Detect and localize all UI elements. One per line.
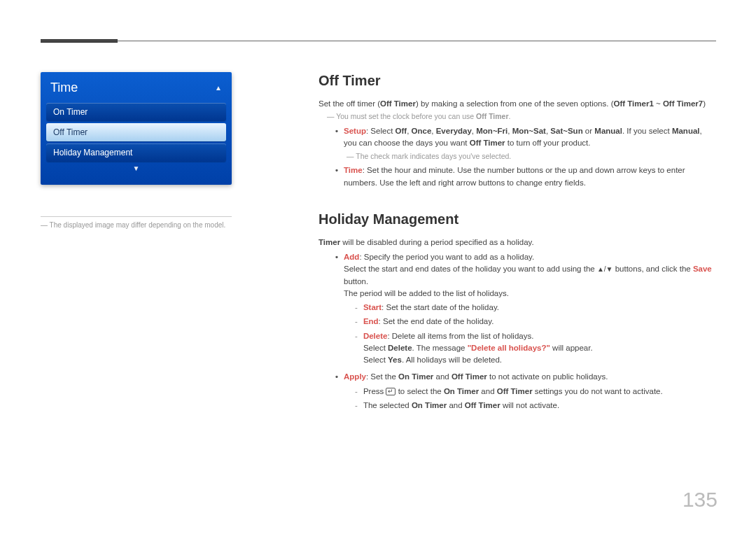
text: The selected [363, 401, 412, 409]
sub-item: -Start: Set the start date of the holida… [344, 302, 714, 314]
dash-icon: - [355, 302, 358, 314]
text: You must set the clock before you can us… [336, 112, 476, 120]
section-heading-holiday: Holiday Management [318, 209, 714, 230]
text: Press [363, 387, 386, 395]
off-timer-list: • Setup: Select Off, Once, Everyday, Mon… [318, 125, 714, 189]
label-save: Save [693, 265, 712, 273]
bullet-icon: • [335, 371, 338, 414]
holiday-intro: Timer will be disabled during a period s… [318, 237, 714, 248]
text: or [583, 127, 595, 135]
text: and [447, 401, 465, 409]
list-item: • Setup: Select Off, Once, Everyday, Mon… [335, 125, 714, 162]
text: Select [363, 344, 388, 352]
text-bold: Off Timer1 [613, 99, 653, 108]
opt: Manual [672, 127, 700, 135]
opt: Mon~Fri [476, 127, 507, 135]
text: Select the start and end dates of the ho… [344, 265, 597, 273]
text-bold: Off Timer [451, 372, 487, 381]
opt: Once [412, 127, 432, 135]
text-bold: Timer [318, 238, 340, 246]
text: ) [703, 99, 706, 108]
sub-item: - Press ↵ to select the On Timer and Off… [344, 386, 663, 398]
text: : Set the hour and minute. Use the numbe… [344, 166, 685, 186]
bullet-icon: • [335, 125, 338, 150]
label-setup: Setup [344, 127, 366, 135]
text: : Specify the period you want to add as … [359, 253, 534, 261]
text: . [509, 112, 511, 120]
opt: Manual [594, 127, 622, 135]
right-column: Off Timer Set the off timer (Off Timer) … [318, 70, 714, 416]
text: The period will be added to the list of … [344, 289, 509, 297]
text: buttons, and click the [612, 265, 692, 273]
text-bold: On Timer [398, 372, 433, 381]
delete-msg: "Delete all holidays?" [468, 344, 550, 352]
setup-text: Setup: Select Off, Once, Everyday, Mon~F… [344, 125, 714, 150]
text: and [479, 387, 497, 395]
dash-icon: - [355, 400, 358, 412]
dash-icon: - [355, 386, 358, 398]
label-add: Add [344, 253, 359, 261]
text: to turn off your product. [505, 139, 591, 147]
label-start: Start [363, 303, 382, 311]
text: : Set the [366, 372, 398, 381]
arrow-down-icon: ▼ [46, 164, 226, 172]
text: ~ [654, 99, 663, 108]
text: : Set the start date of the holiday. [382, 303, 499, 311]
text: will appear. [550, 344, 593, 352]
text: . All holidays will be deleted. [402, 356, 502, 364]
text: : Select [366, 127, 396, 135]
label-time: Time [344, 166, 363, 174]
text: Set the off timer ( [318, 99, 380, 108]
section-heading-off-timer: Off Timer [318, 70, 714, 91]
text: to select the [396, 387, 443, 395]
menu-item-off-timer[interactable]: Off Timer [46, 123, 226, 141]
opt: Sat~Sun [550, 127, 582, 135]
add-block: Add: Specify the period you want to add … [344, 251, 714, 368]
clock-note: You must set the clock before you can us… [318, 111, 714, 122]
sub-item: -End: Set the end date of the holiday. [344, 316, 714, 328]
menu-item-on-timer[interactable]: On Timer [46, 103, 226, 121]
label-apply: Apply [344, 372, 366, 381]
dash-icon: - [355, 330, 358, 367]
left-column: Time ▲ On Timer Off Timer Holiday Manage… [41, 72, 232, 229]
menu-item-label: On Timer [53, 107, 88, 117]
list-item: • Add: Specify the period you want to ad… [335, 251, 714, 368]
osd-menu-title-row: Time ▲ [46, 78, 226, 101]
text-bold: Off Timer [465, 401, 500, 409]
text: Select [363, 356, 388, 364]
up-down-icon: ▲/▼ [597, 265, 613, 273]
text: settings you do not want to activate. [533, 387, 663, 395]
menu-item-holiday-management[interactable]: Holiday Management [46, 143, 226, 162]
text: will be disabled during a period specifi… [340, 238, 534, 246]
label-end: End [363, 317, 379, 325]
enter-icon: ↵ [386, 388, 396, 396]
checkmark-note: The check mark indicates days you've sel… [335, 151, 714, 162]
text: will not activate. [500, 401, 559, 409]
menu-item-label: Off Timer [53, 127, 88, 137]
text: to not activate on public holidays. [487, 372, 608, 381]
text-bold: Off Timer [470, 139, 505, 147]
left-divider [41, 216, 232, 217]
dash-icon: - [355, 316, 358, 328]
text-bold: Yes [388, 356, 402, 364]
text: . The message [412, 344, 468, 352]
bullet-icon: • [335, 251, 338, 368]
list-item: • Apply: Set the On Timer and Off Timer … [335, 371, 714, 414]
opt: Off [396, 127, 407, 135]
opt: Mon~Sat [512, 127, 546, 135]
left-disclaimer: The displayed image may differ depending… [41, 221, 232, 229]
holiday-list: • Add: Specify the period you want to ad… [318, 251, 714, 414]
text: : Delete all items from the list of holi… [387, 332, 533, 340]
text-bold: On Timer [412, 401, 447, 409]
arrow-up-icon: ▲ [215, 84, 222, 92]
off-timer-intro: Set the off timer (Off Timer) by making … [318, 98, 714, 110]
text-bold: Off Timer [497, 387, 533, 395]
label-delete: Delete [363, 332, 388, 340]
text-bold: Off Timer [380, 99, 416, 108]
text-bold: Delete [388, 344, 412, 352]
text: and [433, 372, 451, 381]
text-bold: Off Timer7 [663, 99, 703, 108]
page-number: 135 [682, 488, 718, 512]
opt: Everyday [436, 127, 472, 135]
sub-item: - Delete: Delete all items from the list… [344, 330, 714, 367]
